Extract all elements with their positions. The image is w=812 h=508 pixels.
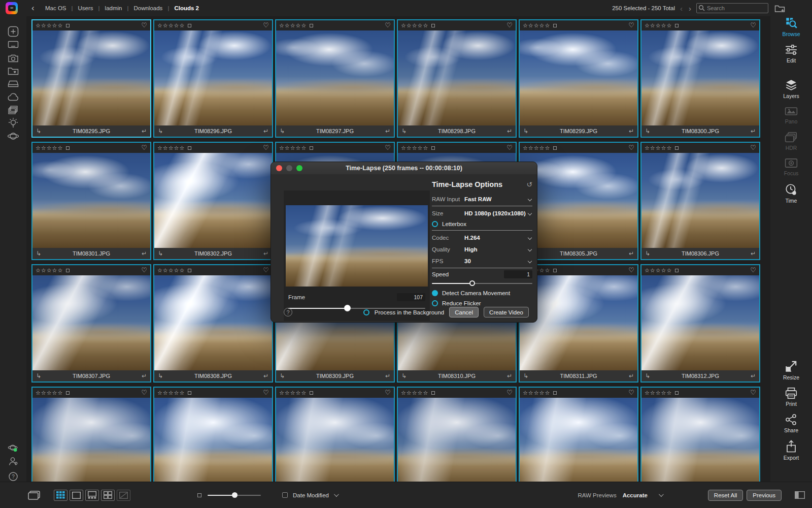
breadcrumb-item[interactable]: ladmin	[103, 5, 131, 11]
star-rating[interactable]: ☆☆☆☆☆	[645, 20, 672, 30]
sort-dropdown[interactable]: Date Modified	[293, 492, 329, 498]
favorite-heart-icon[interactable]: ♡	[750, 20, 756, 30]
color-label-checkbox[interactable]	[66, 146, 70, 150]
frame-value[interactable]: 107	[397, 293, 425, 301]
breadcrumb-item[interactable]: Downloads	[131, 5, 172, 11]
raw-previews-dropdown[interactable]: Accurate	[623, 492, 648, 498]
star-rating[interactable]: ☆☆☆☆☆	[36, 20, 63, 30]
color-label-checkbox[interactable]	[431, 146, 435, 150]
module-resize[interactable]: Resize	[770, 360, 812, 380]
next-photo-icon[interactable]: ›	[688, 4, 692, 13]
favorite-heart-icon[interactable]: ♡	[263, 143, 269, 153]
color-label-checkbox[interactable]	[675, 269, 679, 272]
favorite-heart-icon[interactable]: ♡	[385, 143, 391, 153]
module-share[interactable]: Share	[770, 414, 812, 433]
zoom-window-icon[interactable]	[296, 165, 302, 171]
sort-direction-checkbox[interactable]	[282, 492, 288, 498]
photo-cell[interactable]: ☆☆☆☆☆ ♡ ↳ TIM08299.JPG ↵	[519, 19, 638, 138]
cloud-icon[interactable]	[7, 91, 19, 103]
favorite-heart-icon[interactable]: ♡	[628, 265, 634, 275]
reduce-flicker-radio-icon[interactable]	[432, 300, 438, 306]
star-rating[interactable]: ☆☆☆☆☆	[645, 388, 672, 398]
star-rating[interactable]: ☆☆☆☆☆	[36, 265, 63, 275]
favorite-heart-icon[interactable]: ♡	[385, 20, 391, 30]
photo-thumbnail[interactable]	[641, 30, 759, 125]
favorite-heart-icon[interactable]: ♡	[263, 265, 269, 275]
fps-dropdown[interactable]: FPS 30	[432, 255, 532, 267]
sphere-360-icon[interactable]	[7, 130, 19, 142]
favorite-heart-icon[interactable]: ♡	[628, 388, 634, 398]
thumbnail-size-knob[interactable]	[232, 492, 238, 498]
photo-thumbnail[interactable]	[520, 398, 637, 482]
camera-icon[interactable]	[7, 52, 19, 65]
photo-cell[interactable]: ☆☆☆☆☆ ♡ ↳ ↵	[519, 387, 638, 482]
star-rating[interactable]: ☆☆☆☆☆	[36, 388, 63, 398]
favorite-heart-icon[interactable]: ♡	[506, 388, 513, 398]
photo-thumbnail[interactable]	[154, 153, 272, 248]
albums-icon[interactable]	[7, 104, 19, 116]
star-rating[interactable]: ☆☆☆☆☆	[401, 388, 428, 398]
photo-cell[interactable]: ☆☆☆☆☆ ♡ ↳ TIM08296.JPG ↵	[153, 19, 273, 138]
photo-thumbnail[interactable]	[398, 398, 516, 482]
module-layers[interactable]: Layers	[770, 78, 812, 99]
color-label-checkbox[interactable]	[553, 146, 557, 150]
photo-cell[interactable]: ☆☆☆☆☆ ♡ ↳ TIM08300.JPG ↵	[640, 19, 760, 138]
star-rating[interactable]: ☆☆☆☆☆	[645, 143, 672, 153]
codec-dropdown[interactable]: Codec H.264	[432, 232, 532, 243]
close-window-icon[interactable]	[276, 165, 282, 171]
favorite-heart-icon[interactable]: ♡	[750, 265, 756, 275]
create-video-button[interactable]: Create Video	[484, 307, 529, 318]
color-label-checkbox[interactable]	[431, 391, 435, 395]
star-rating[interactable]: ☆☆☆☆☆	[279, 388, 307, 398]
size-dropdown[interactable]: Size HD 1080p (1920x1080)	[432, 207, 532, 219]
color-label-checkbox[interactable]	[675, 24, 679, 27]
dialog-help-icon[interactable]: ?	[284, 308, 292, 316]
favorite-heart-icon[interactable]: ♡	[263, 388, 269, 398]
filters-panel-toggle-icon[interactable]	[795, 491, 805, 499]
speed-slider-knob[interactable]	[469, 280, 475, 286]
photo-cell[interactable]: ☆☆☆☆☆ ♡ ↳ TIM08307.JPG ↵	[31, 264, 151, 383]
color-label-checkbox[interactable]	[553, 24, 557, 27]
color-label-checkbox[interactable]	[188, 24, 191, 27]
photo-thumbnail[interactable]	[520, 30, 637, 125]
photo-cell[interactable]: ☆☆☆☆☆ ♡ ↳ ↵	[640, 387, 760, 482]
favorite-heart-icon[interactable]: ♡	[750, 388, 756, 398]
photo-cell[interactable]: ☆☆☆☆☆ ♡ ↳ ↵	[275, 387, 395, 482]
module-print[interactable]: Print	[770, 387, 812, 407]
star-rating[interactable]: ☆☆☆☆☆	[523, 143, 550, 153]
desktop-icon[interactable]	[7, 39, 19, 51]
color-label-checkbox[interactable]	[188, 269, 191, 272]
thumbnail-size-slider[interactable]	[208, 495, 261, 496]
favorite-heart-icon[interactable]: ♡	[506, 20, 513, 30]
account-icon[interactable]	[7, 455, 19, 467]
smart-album-icon[interactable]	[7, 117, 19, 129]
photo-thumbnail[interactable]	[154, 30, 272, 125]
photo-thumbnail[interactable]	[398, 30, 516, 125]
breadcrumb-item[interactable]: Mac OS	[43, 5, 76, 11]
color-label-checkbox[interactable]	[66, 391, 70, 395]
star-rating[interactable]: ☆☆☆☆☆	[523, 20, 550, 30]
photo-thumbnail[interactable]	[276, 30, 394, 125]
favorite-heart-icon[interactable]: ♡	[141, 388, 147, 398]
detect-camera-movement-checkbox[interactable]: Detect Camera Movement	[432, 288, 532, 298]
color-label-checkbox[interactable]	[188, 146, 191, 150]
star-rating[interactable]: ☆☆☆☆☆	[401, 143, 428, 153]
favorite-heart-icon[interactable]: ♡	[506, 143, 513, 153]
color-label-checkbox[interactable]	[431, 24, 435, 27]
sync-status-icon[interactable]	[7, 442, 19, 454]
photo-cell[interactable]: ☆☆☆☆☆ ♡ ↳ TIM08297.JPG ↵	[275, 19, 395, 138]
favorite-heart-icon[interactable]: ♡	[628, 143, 634, 153]
reset-all-button[interactable]: Reset All	[708, 490, 743, 501]
photo-cell[interactable]: ☆☆☆☆☆ ♡ ↳ ↵	[397, 387, 517, 482]
favorite-heart-icon[interactable]: ♡	[141, 20, 147, 30]
color-label-checkbox[interactable]	[675, 391, 679, 395]
module-browse[interactable]: Browse	[770, 16, 812, 37]
detail-view-button[interactable]	[70, 490, 83, 501]
photo-cell[interactable]: ☆☆☆☆☆ ♡ ↳ TIM08312.JPG ↵	[640, 264, 760, 383]
photo-thumbnail[interactable]	[32, 398, 150, 482]
photo-thumbnail[interactable]	[154, 398, 272, 482]
photo-cell[interactable]: ☆☆☆☆☆ ♡ ↳ TIM08295.JPG ↵	[31, 19, 151, 138]
compare-view-button[interactable]	[101, 490, 115, 501]
star-rating[interactable]: ☆☆☆☆☆	[279, 20, 307, 30]
photo-cell[interactable]: ☆☆☆☆☆ ♡ ↳ TIM08298.JPG ↵	[397, 19, 517, 138]
